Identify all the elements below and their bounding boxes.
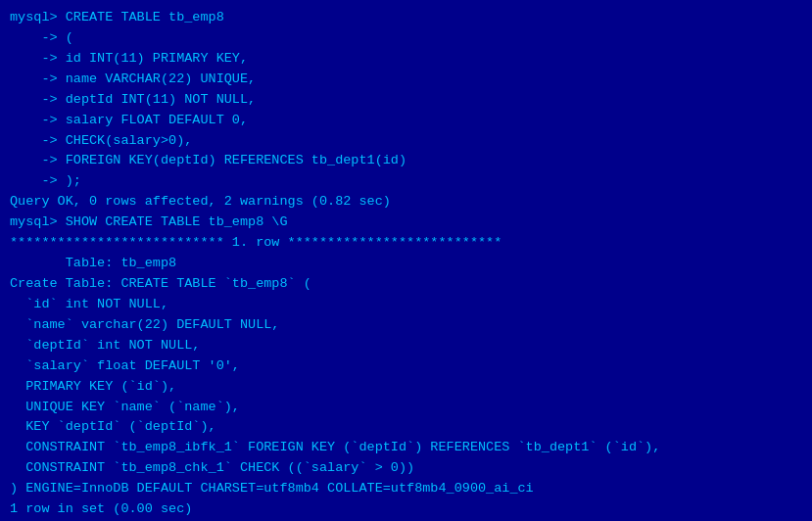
terminal-line: `deptId` int NOT NULL,: [10, 336, 802, 356]
terminal-line: -> id INT(11) PRIMARY KEY,: [10, 49, 802, 70]
terminal-line: 1 row in set (0.00 sec): [10, 499, 802, 520]
terminal-line: -> FOREIGN KEY(deptId) REFERENCES tb_dep…: [10, 151, 802, 171]
terminal-line: PRIMARY KEY (`id`),: [10, 377, 802, 398]
terminal-line: KEY `deptId` (`deptId`),: [10, 417, 802, 438]
terminal-line: UNIQUE KEY `name` (`name`),: [10, 398, 802, 418]
terminal-line: CONSTRAINT `tb_emp8_ibfk_1` FOREIGN KEY …: [10, 438, 802, 458]
terminal-line: *************************** 1. row *****…: [10, 233, 802, 254]
terminal-line: -> salary FLOAT DEFAULT 0,: [10, 111, 802, 131]
terminal-window: mysql> CREATE TABLE tb_emp8 -> ( -> id I…: [0, 0, 812, 521]
terminal-line: -> (: [10, 28, 802, 49]
terminal-line: mysql> SHOW CREATE TABLE tb_emp8 \G: [10, 213, 802, 233]
terminal-line: -> );: [10, 171, 802, 192]
terminal-line: `id` int NOT NULL,: [10, 295, 802, 315]
terminal-line: mysql> CREATE TABLE tb_emp8: [10, 8, 802, 28]
terminal-line: `salary` float DEFAULT '0',: [10, 356, 802, 377]
terminal-line: -> deptId INT(11) NOT NULL,: [10, 90, 802, 111]
terminal-line: -> CHECK(salary>0),: [10, 131, 802, 152]
terminal-line: Table: tb_emp8: [10, 254, 802, 274]
terminal-line: Query OK, 0 rows affected, 2 warnings (0…: [10, 192, 802, 213]
terminal-line: ) ENGINE=InnoDB DEFAULT CHARSET=utf8mb4 …: [10, 479, 802, 499]
terminal-line: CONSTRAINT `tb_emp8_chk_1` CHECK ((`sala…: [10, 458, 802, 479]
terminal-line: `name` varchar(22) DEFAULT NULL,: [10, 315, 802, 336]
terminal-line: Create Table: CREATE TABLE `tb_emp8` (: [10, 274, 802, 295]
terminal-line: -> name VARCHAR(22) UNIQUE,: [10, 70, 802, 90]
